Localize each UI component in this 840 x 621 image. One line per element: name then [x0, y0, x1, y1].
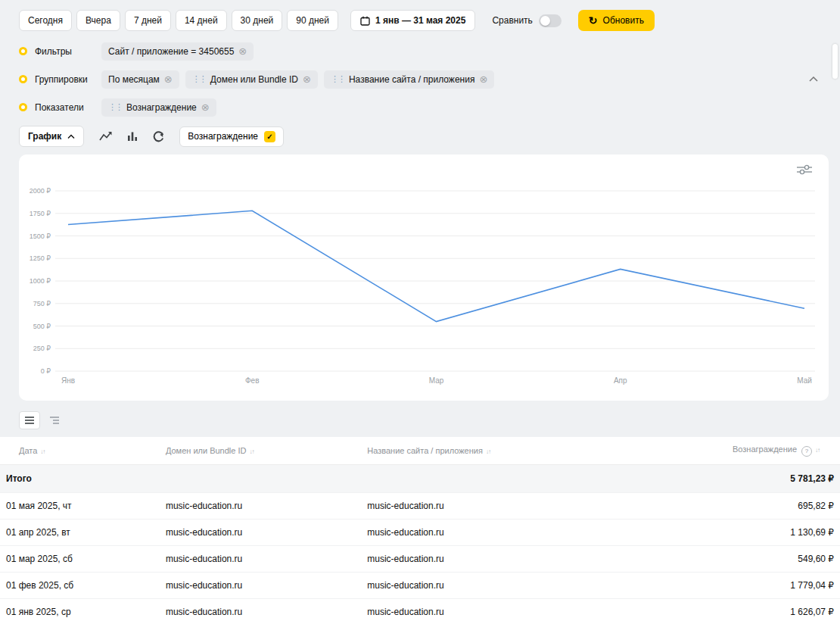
refresh-label: Обновить	[603, 15, 644, 26]
help-icon[interactable]: ?	[801, 446, 812, 457]
chevron-up-icon	[67, 134, 75, 139]
table-row[interactable]: 01 мар 2025, сбmusic-education.rumusic-e…	[0, 545, 840, 572]
preset-button-3[interactable]: 14 дней	[176, 10, 227, 31]
sort-icon[interactable]: ↓↑	[249, 448, 254, 455]
y-tick-label: 1750 ₽	[30, 210, 51, 217]
cell-reward: 1 779,04 ₽	[596, 572, 840, 598]
cell-domain: music-education.ru	[160, 492, 361, 519]
filters-row: Фильтры Сайт / приложение = 3450655⊗	[0, 37, 840, 65]
metric-chip-0[interactable]: ⋮⋮Вознаграждение⊗	[101, 98, 216, 117]
grouping-chip-0[interactable]: По месяцам⊗	[101, 70, 179, 89]
chart-settings-button[interactable]	[792, 164, 817, 176]
flat-view-button[interactable]	[19, 411, 40, 429]
scrollbar-thumb[interactable]	[832, 44, 838, 79]
cell-domain: music-education.ru	[160, 545, 361, 572]
chip-label: Вознаграждение	[126, 102, 197, 113]
revenue-line[interactable]	[68, 211, 804, 321]
report-table-section: Дата↓↑Домен или Bundle ID↓↑Название сайт…	[0, 437, 840, 621]
circular-arrow-icon	[153, 131, 164, 142]
compare-toggle[interactable]	[539, 14, 562, 27]
table-row[interactable]: 01 мая 2025, чтmusic-education.rumusic-e…	[0, 492, 840, 519]
cell-date: 01 мая 2025, чт	[0, 492, 160, 519]
sliders-icon	[797, 164, 812, 175]
x-tick-label: Янв	[61, 376, 75, 385]
filters-row-label: Фильтры	[35, 46, 101, 57]
chip-label: По месяцам	[108, 74, 160, 85]
collapse-panel-button[interactable]	[806, 73, 821, 86]
column-header-0[interactable]: Дата↓↑	[0, 437, 160, 464]
chart-dropdown-label: График	[28, 131, 61, 142]
cell-site-name: music-education.ru	[361, 545, 596, 572]
line-chart-button[interactable]	[98, 130, 114, 143]
filter-chip-0[interactable]: Сайт / приложение = 3450655⊗	[101, 42, 254, 61]
cell-date: 01 янв 2025, ср	[0, 598, 160, 621]
header-label: Название сайта / приложения	[367, 446, 483, 455]
chip-label: Название сайта / приложения	[349, 74, 474, 85]
date-range-button[interactable]: 1 янв — 31 мая 2025	[350, 10, 475, 31]
metrics-chips: ⋮⋮Вознаграждение⊗	[101, 98, 216, 117]
drag-handle-icon[interactable]: ⋮⋮	[331, 75, 344, 83]
groupings-row-label: Группировки	[35, 74, 101, 85]
table-view-toggles	[19, 411, 840, 429]
sort-icon[interactable]: ↓↑	[40, 448, 45, 455]
preset-button-1[interactable]: Вчера	[76, 10, 120, 31]
x-tick-label: Май	[797, 376, 812, 385]
revenue-line-chart[interactable]: 0 ₽250 ₽500 ₽750 ₽1000 ₽1250 ₽1500 ₽1750…	[19, 154, 829, 397]
remove-chip-icon[interactable]: ⊗	[303, 74, 311, 84]
column-header-1[interactable]: Домен или Bundle ID↓↑	[160, 437, 361, 464]
report-table: Дата↓↑Домен или Bundle ID↓↑Название сайт…	[0, 437, 840, 621]
table-total-row: Итого 5 781,23 ₽	[0, 464, 840, 492]
cell-site-name: music-education.ru	[361, 492, 596, 519]
remove-chip-icon[interactable]: ⊗	[164, 74, 173, 84]
x-tick-label: Мар	[429, 376, 444, 385]
chip-label: Домен или Bundle ID	[210, 74, 298, 85]
remove-chip-icon[interactable]: ⊗	[238, 46, 247, 56]
circular-chart-button[interactable]	[151, 130, 166, 144]
date-range-label: 1 янв — 31 мая 2025	[375, 15, 465, 26]
preset-button-5[interactable]: 90 дней	[287, 10, 338, 31]
y-tick-label: 2000 ₽	[30, 187, 51, 195]
filters-chips: Сайт / приложение = 3450655⊗	[101, 42, 254, 61]
cell-date: 01 фев 2025, сб	[0, 572, 160, 598]
metrics-row: Показатели ⋮⋮Вознаграждение⊗	[0, 93, 840, 121]
header-label: Вознаграждение	[733, 445, 797, 454]
table-row[interactable]: 01 фев 2025, сбmusic-education.rumusic-e…	[0, 572, 840, 598]
preset-button-0[interactable]: Сегодня	[19, 10, 72, 31]
y-tick-label: 250 ₽	[33, 345, 51, 352]
cell-date: 01 мар 2025, сб	[0, 545, 160, 572]
cell-domain: music-education.ru	[160, 572, 361, 598]
chip-label: Сайт / приложение = 3450655	[108, 46, 234, 57]
compare-control: Сравнить	[492, 14, 561, 27]
grouping-chip-1[interactable]: ⋮⋮Домен или Bundle ID⊗	[185, 70, 318, 89]
filter-panel: Фильтры Сайт / приложение = 3450655⊗ Гру…	[0, 37, 840, 121]
sort-icon[interactable]: ↓↑	[486, 448, 490, 455]
y-tick-label: 1250 ₽	[30, 254, 51, 262]
calendar-icon	[360, 16, 370, 26]
date-toolbar: СегодняВчера7 дней14 дней30 дней90 дней …	[0, 0, 840, 37]
drag-handle-icon[interactable]: ⋮⋮	[108, 103, 122, 111]
cell-site-name: music-education.ru	[361, 572, 596, 598]
compare-label: Сравнить	[492, 15, 532, 26]
table-row[interactable]: 01 янв 2025, срmusic-education.rumusic-e…	[0, 598, 840, 621]
cell-reward: 1 626,07 ₽	[596, 598, 840, 621]
metric-visibility-chip[interactable]: Вознаграждение ✓	[179, 126, 284, 147]
metric-chip-label: Вознаграждение	[188, 131, 258, 142]
remove-chip-icon[interactable]: ⊗	[201, 102, 210, 112]
bar-chart-button[interactable]	[126, 130, 139, 143]
check-icon: ✓	[266, 133, 272, 141]
preset-button-2[interactable]: 7 дней	[125, 10, 171, 31]
metric-checkbox[interactable]: ✓	[264, 131, 275, 142]
grouping-chip-2[interactable]: ⋮⋮Название сайта / приложения⊗	[324, 70, 494, 89]
sort-icon[interactable]: ↓↑	[815, 447, 820, 454]
tree-view-button[interactable]	[44, 411, 65, 429]
preset-button-4[interactable]: 30 дней	[232, 10, 283, 31]
column-header-2[interactable]: Название сайта / приложения↓↑	[361, 437, 596, 464]
chart-type-dropdown[interactable]: График	[19, 126, 84, 147]
table-row[interactable]: 01 апр 2025, втmusic-education.rumusic-e…	[0, 519, 840, 545]
cell-reward: 695,82 ₽	[596, 492, 840, 519]
y-tick-label: 1500 ₽	[30, 232, 51, 240]
refresh-button[interactable]: ↻ Обновить	[578, 10, 655, 31]
drag-handle-icon[interactable]: ⋮⋮	[192, 75, 206, 83]
remove-chip-icon[interactable]: ⊗	[479, 74, 487, 84]
column-header-3[interactable]: Вознаграждение?↓↑	[596, 437, 840, 464]
